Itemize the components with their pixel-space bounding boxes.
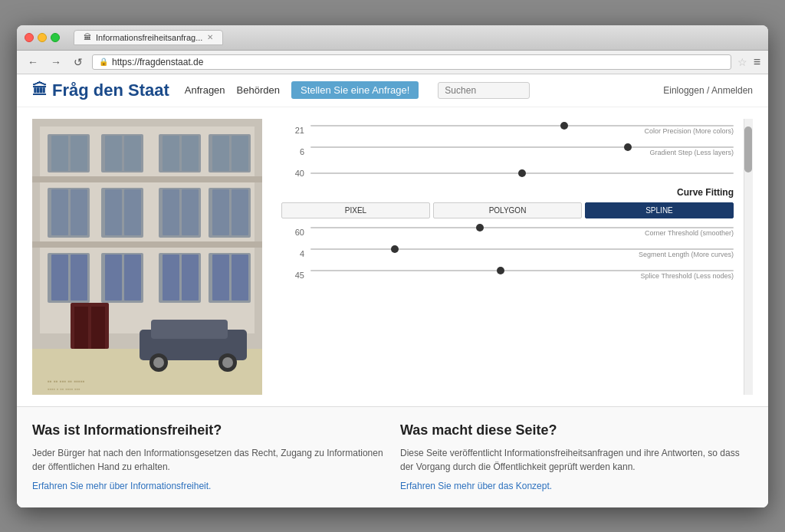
svg-rect-18	[71, 189, 87, 235]
spline-button[interactable]: SPLINE	[585, 202, 734, 218]
tab-favicon: 🏛	[84, 33, 91, 41]
info-right-link[interactable]: Erfahren Sie mehr über das Konzept.	[400, 481, 552, 491]
gradient-step-thumb[interactable]	[624, 143, 632, 151]
address-bar[interactable]: 🔒 https://fragdenstaat.de	[92, 54, 731, 70]
minimize-button[interactable]	[38, 33, 47, 42]
segment-length-thumb[interactable]	[391, 245, 399, 253]
svg-rect-28	[32, 241, 262, 248]
svg-point-50	[222, 357, 233, 368]
controls-panel: 21 Color Precision (More colors) 6	[274, 119, 753, 395]
nav-behoerden[interactable]: Behörden	[237, 84, 280, 96]
corner-threshold-label: Corner Threshold (smoother)	[310, 229, 734, 237]
svg-point-48	[153, 357, 164, 368]
svg-rect-24	[182, 189, 199, 235]
svg-rect-46	[151, 320, 228, 339]
site-content: 🏛 Fråg den Staat Anfragen Behörden Stell…	[17, 74, 768, 507]
svg-rect-10	[163, 136, 179, 171]
corner-threshold-row: 60 Corner Threshold (smoother)	[281, 225, 745, 240]
logo-text: Fråg den Staat	[52, 80, 169, 100]
info-section: Was ist Informationsfreiheit? Jeder Bürg…	[17, 406, 768, 507]
polygon-button[interactable]: POLYGON	[433, 202, 582, 218]
splice-threshold-thumb[interactable]	[497, 267, 504, 274]
forward-button[interactable]: →	[48, 54, 64, 70]
svg-rect-21	[124, 189, 141, 235]
info-left-title: Was ist Informationsfreiheit?	[32, 422, 385, 438]
svg-rect-37	[91, 307, 105, 349]
back-button[interactable]: ←	[25, 54, 41, 70]
svg-rect-15	[32, 176, 262, 182]
svg-rect-23	[163, 189, 179, 235]
logo-icon: 🏛	[32, 81, 48, 99]
lock-icon: 🔒	[99, 57, 108, 66]
gradient-step-label: Gradient Step (Less layers)	[310, 149, 734, 156]
svg-rect-8	[124, 136, 141, 171]
site-nav: Anfragen Behörden Stellen Sie eine Anfra…	[185, 81, 530, 99]
color-precision-value: 21	[281, 126, 304, 135]
svg-rect-33	[105, 255, 122, 300]
svg-rect-20	[105, 189, 122, 235]
title-bar: 🏛 Informationsfreiheitsanfrag... ✕	[17, 25, 768, 51]
site-logo[interactable]: 🏛 Fråg den Staat	[32, 80, 169, 100]
info-left: Was ist Informationsfreiheit? Jeder Bürg…	[32, 422, 385, 492]
main-area: ▪▪ ▪▪ ▪▪▪ ▪▪ ▪▪▪▪▪ ▪▪▪▪ ▪ ▪▪ ▪▪▪▪ ▪▪▪ 21	[17, 107, 768, 406]
refresh-button[interactable]: ↺	[71, 54, 86, 70]
color-precision-row: 21 Color Precision (More colors)	[281, 123, 745, 138]
svg-rect-43	[232, 255, 248, 300]
curve-fitting-value: 40	[281, 169, 304, 178]
tab-close-icon[interactable]: ✕	[207, 33, 213, 41]
info-right-body: Diese Seite veröffentlicht Informationsf…	[400, 446, 753, 474]
corner-threshold-value: 60	[281, 228, 304, 237]
url-text: https://fragdenstaat.de	[112, 57, 203, 67]
curve-fitting-slider[interactable]	[310, 166, 734, 181]
segment-length-slider[interactable]: Segment Length (More curves)	[310, 246, 734, 261]
maximize-button[interactable]	[51, 33, 60, 42]
login-link[interactable]: Einloggen / Anmelden	[663, 85, 753, 96]
splice-threshold-label: Splice Threshold (Less nodes)	[310, 272, 734, 280]
svg-rect-36	[74, 307, 88, 349]
fitting-buttons: PIXEL POLYGON SPLINE	[281, 202, 745, 218]
bookmark-button[interactable]: ☆	[737, 56, 747, 68]
splice-threshold-value: 45	[281, 271, 304, 280]
gradient-step-row: 6 Gradient Step (Less layers)	[281, 144, 745, 159]
svg-text:▪▪▪▪ ▪ ▪▪ ▪▪▪▪ ▪▪▪: ▪▪▪▪ ▪ ▪▪ ▪▪▪▪ ▪▪▪	[48, 386, 80, 392]
browser-window: 🏛 Informationsfreiheitsanfrag... ✕ ← → ↺…	[17, 25, 768, 507]
info-right-title: Was macht diese Seite?	[400, 422, 753, 438]
color-precision-slider[interactable]: Color Precision (More colors)	[310, 123, 734, 138]
color-precision-label: Color Precision (More colors)	[310, 127, 734, 135]
tab-bar: 🏛 Informationsfreiheitsanfrag... ✕	[74, 30, 760, 45]
gradient-step-value: 6	[281, 147, 304, 156]
close-button[interactable]	[25, 33, 34, 42]
curve-fitting-value-row: 40	[281, 166, 745, 181]
cta-button[interactable]: Stellen Sie eine Anfrage!	[291, 81, 419, 99]
scrollbar-track[interactable]	[744, 119, 753, 395]
segment-length-value: 4	[281, 249, 304, 258]
menu-button[interactable]: ≡	[754, 55, 760, 69]
svg-rect-7	[105, 136, 122, 171]
search-input[interactable]	[438, 82, 530, 99]
pixel-button[interactable]: PIXEL	[281, 202, 430, 218]
gradient-step-slider[interactable]: Gradient Step (Less layers)	[310, 144, 734, 159]
image-section: ▪▪ ▪▪ ▪▪▪ ▪▪ ▪▪▪▪▪ ▪▪▪▪ ▪ ▪▪ ▪▪▪▪ ▪▪▪	[32, 119, 262, 395]
site-header: 🏛 Fråg den Staat Anfragen Behörden Stell…	[17, 74, 768, 107]
svg-rect-30	[51, 255, 68, 300]
color-precision-thumb[interactable]	[560, 122, 568, 130]
svg-rect-4	[51, 136, 68, 171]
traffic-lights	[25, 33, 60, 42]
svg-rect-31	[71, 255, 87, 300]
corner-threshold-thumb[interactable]	[476, 224, 484, 232]
scrollbar-thumb[interactable]	[744, 126, 752, 172]
svg-rect-26	[212, 189, 229, 235]
info-left-link[interactable]: Erfahren Sie mehr über Informationsfreih…	[32, 481, 211, 491]
curve-fitting-thumb[interactable]	[518, 169, 526, 177]
svg-rect-17	[51, 189, 68, 235]
nav-anfragen[interactable]: Anfragen	[185, 84, 225, 96]
svg-rect-13	[212, 136, 229, 171]
svg-rect-42	[212, 255, 229, 300]
splice-threshold-row: 45 Splice Threshold (Less nodes)	[281, 268, 745, 283]
svg-rect-5	[71, 136, 87, 171]
building-image: ▪▪ ▪▪ ▪▪▪ ▪▪ ▪▪▪▪▪ ▪▪▪▪ ▪ ▪▪ ▪▪▪▪ ▪▪▪	[32, 119, 262, 395]
svg-rect-39	[163, 255, 179, 300]
corner-threshold-slider[interactable]: Corner Threshold (smoother)	[310, 225, 734, 240]
splice-threshold-slider[interactable]: Splice Threshold (Less nodes)	[310, 268, 734, 283]
browser-tab[interactable]: 🏛 Informationsfreiheitsanfrag... ✕	[74, 30, 223, 45]
